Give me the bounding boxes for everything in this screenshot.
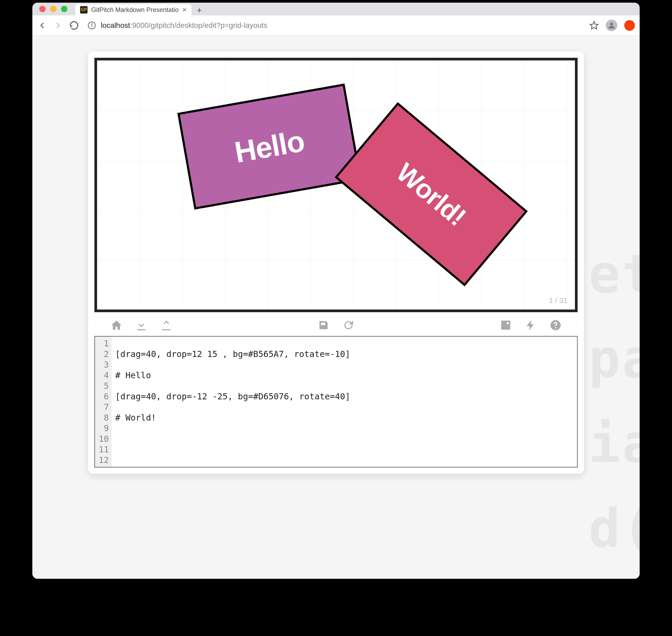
traffic-lights — [39, 6, 68, 12]
code-line[interactable] — [115, 359, 350, 370]
browser-tab[interactable]: GP GitPitch Markdown Presentatio × — [75, 4, 191, 15]
line-number: 2 — [99, 349, 109, 359]
url-input[interactable]: localhost:9000/gitpitch/desktop/edit?p=g… — [85, 21, 583, 30]
tab-title: GitPitch Markdown Presentatio — [91, 6, 178, 14]
page-body: et pa ia d( Hello World! 1 / 31 — [32, 36, 640, 579]
close-tab-icon[interactable]: × — [182, 5, 187, 14]
line-number: 3 — [99, 359, 109, 370]
code-line[interactable] — [115, 338, 350, 349]
bookmark-star-icon[interactable] — [589, 21, 599, 30]
extension-icon[interactable] — [624, 20, 635, 31]
code-line[interactable] — [115, 380, 350, 391]
slide-box-hello-text: Hello — [232, 124, 307, 170]
line-number: 11 — [99, 444, 109, 455]
line-number-gutter: 123456789101112 — [95, 337, 112, 467]
svg-point-2 — [92, 24, 92, 24]
help-icon[interactable] — [550, 319, 562, 331]
code-line[interactable] — [115, 402, 350, 412]
code-line[interactable] — [115, 434, 350, 444]
svg-rect-5 — [501, 321, 511, 330]
tab-strip: GP GitPitch Markdown Presentatio × + — [75, 3, 202, 15]
download-icon[interactable] — [135, 319, 148, 331]
svg-point-7 — [555, 327, 556, 328]
site-info-icon[interactable] — [88, 21, 96, 30]
line-number: 6 — [99, 391, 109, 402]
editor-toolbar — [94, 312, 578, 336]
code-line[interactable] — [115, 423, 350, 434]
browser-window: GP GitPitch Markdown Presentatio × + loc… — [32, 3, 640, 579]
back-button[interactable] — [37, 20, 47, 31]
line-number: 7 — [99, 402, 109, 412]
background-ghost-text: et pa ia d( — [589, 232, 640, 571]
tab-favicon: GP — [80, 6, 88, 14]
line-number: 12 — [99, 455, 109, 465]
line-number: 9 — [99, 423, 109, 434]
url-text: localhost:9000/gitpitch/desktop/edit?p=g… — [101, 21, 267, 30]
slide-box-world-text: World! — [391, 157, 472, 232]
line-number: 8 — [99, 412, 109, 423]
window-titlebar: GP GitPitch Markdown Presentatio × + — [32, 3, 640, 15]
bolt-icon[interactable] — [524, 319, 537, 331]
code-line[interactable]: # World! — [115, 412, 350, 423]
slide-preview[interactable]: Hello World! 1 / 31 — [94, 58, 578, 312]
new-tab-button[interactable]: + — [197, 5, 202, 15]
code-line[interactable] — [115, 444, 350, 455]
svg-point-4 — [610, 22, 613, 25]
refresh-icon[interactable] — [342, 319, 354, 331]
upload-icon[interactable] — [160, 319, 172, 331]
line-number: 4 — [99, 370, 109, 380]
code-content[interactable]: [drag=40, drop=12 15 , bg=#B565A7, rotat… — [112, 337, 354, 467]
maximize-window-button[interactable] — [61, 6, 68, 12]
code-line[interactable]: [drag=40, drop=-12 -25, bg=#D65076, rota… — [115, 391, 350, 402]
minimize-window-button[interactable] — [50, 6, 57, 12]
svg-marker-3 — [590, 21, 598, 29]
slide-box-hello: Hello — [177, 83, 362, 210]
slide-counter: 1 / 31 — [549, 296, 568, 305]
reload-button[interactable] — [69, 20, 79, 31]
home-icon[interactable] — [110, 319, 122, 331]
save-icon[interactable] — [318, 319, 330, 331]
profile-avatar[interactable] — [606, 20, 617, 31]
code-editor[interactable]: 123456789101112 [drag=40, drop=12 15 , b… — [94, 336, 578, 468]
close-window-button[interactable] — [39, 6, 45, 12]
editor-panel: Hello World! 1 / 31 — [88, 52, 584, 474]
code-line[interactable]: [drag=40, drop=12 15 , bg=#B565A7, rotat… — [115, 349, 350, 359]
code-line[interactable]: # Hello — [115, 370, 350, 380]
line-number: 10 — [99, 434, 109, 444]
code-line[interactable] — [115, 455, 350, 465]
address-bar: localhost:9000/gitpitch/desktop/edit?p=g… — [32, 15, 640, 36]
forward-button[interactable] — [53, 20, 63, 31]
line-number: 1 — [99, 338, 109, 349]
fullscreen-icon[interactable] — [500, 319, 512, 331]
line-number: 5 — [99, 380, 109, 391]
slide-box-world: World! — [335, 102, 528, 286]
